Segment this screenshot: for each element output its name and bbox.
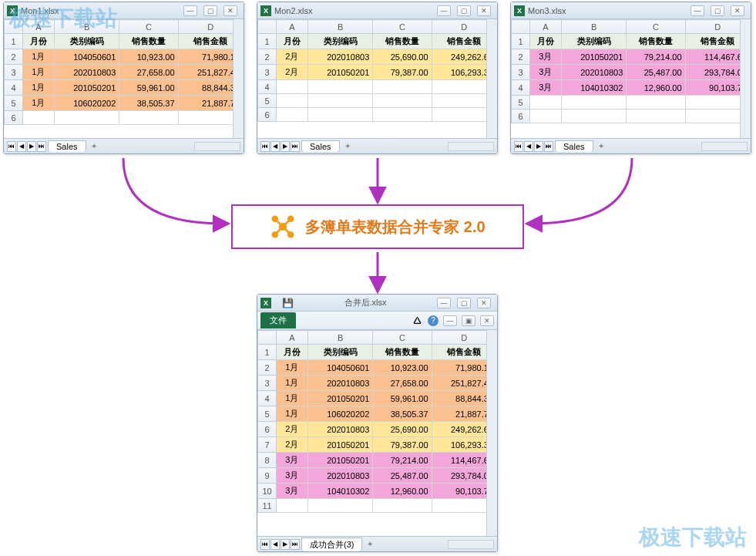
excel-icon: X [260, 5, 271, 16]
close-button[interactable]: ✕ [731, 5, 744, 16]
sheet-tab-strip: ⏮ ◀ ▶ ⏭ Sales ✦ [4, 138, 244, 153]
excel-icon: X [7, 5, 18, 16]
nav-next-icon[interactable]: ▶ [534, 141, 543, 152]
close-button[interactable]: ✕ [477, 298, 491, 308]
nav-prev-icon[interactable]: ◀ [270, 539, 280, 550]
save-icon[interactable]: 💾 [282, 298, 294, 308]
sheet-tab[interactable]: Sales [48, 140, 86, 152]
add-sheet-icon[interactable]: ✦ [595, 141, 607, 152]
table-row[interactable]: 41月20105020159,961.0088,844.37 [5, 80, 244, 96]
horizontal-scrollbar[interactable] [194, 142, 240, 151]
table-row[interactable]: 31月20201080327,658.00251,827.46 [258, 376, 497, 391]
sheet-tab[interactable]: Sales [555, 140, 593, 152]
spreadsheet-grid[interactable]: ABCD1月份类别编码销售数量销售金额21月10405060110,923.00… [4, 19, 244, 138]
minimize-button[interactable]: ― [437, 298, 451, 308]
nav-last-icon[interactable]: ⏭ [37, 141, 46, 152]
nav-first-icon[interactable]: ⏮ [7, 141, 16, 152]
titlebar[interactable]: X Mon2.xlsx ― ▢ ✕ [257, 2, 497, 19]
add-sheet-icon[interactable]: ✦ [341, 141, 354, 152]
watermark-text: 极速下载站 [639, 523, 747, 552]
table-row[interactable]: 22月20201080325,690.00249,262.65 [258, 49, 497, 65]
excel-window-mon3: X Mon3.xlsx ― ▢ ✕ ABCD1月份类别编码销售数量销售金额23月… [510, 2, 751, 154]
maximize-button[interactable]: ▢ [457, 298, 471, 308]
table-row[interactable]: 32月20105020179,387.00106,293.32 [258, 65, 497, 80]
horizontal-scrollbar[interactable] [448, 142, 494, 151]
merge-tool-title: 多簿单表数据合并专家 2.0 [305, 217, 485, 238]
table-row[interactable]: 103月10401030212,960.0090,103.75 [258, 484, 497, 499]
nav-next-icon[interactable]: ▶ [27, 141, 36, 152]
table-row[interactable]: 43月10401030212,960.0090,103.75 [512, 80, 751, 96]
inner-minimize-button[interactable]: ― [443, 315, 457, 326]
merge-tool-icon [270, 214, 296, 240]
nav-last-icon[interactable]: ⏭ [291, 539, 300, 550]
titlebar[interactable]: X Mon3.xlsx ― ▢ ✕ [511, 2, 751, 19]
svg-line-7 [275, 227, 283, 234]
spreadsheet-grid[interactable]: ABCD1月份类别编码销售数量销售金额22月20201080325,690.00… [257, 19, 497, 138]
table-row[interactable]: 41月20105020159,961.0088,844.37 [258, 391, 497, 406]
horizontal-scrollbar[interactable] [448, 540, 494, 549]
titlebar[interactable]: X Mon1.xlsx ― ▢ ✕ [4, 2, 244, 19]
ribbon: 文件 🛆 ? ― ▣ ✕ [257, 312, 497, 330]
close-button[interactable]: ✕ [223, 5, 237, 16]
sheet-tab-strip: ⏮ ◀ ▶ ⏭ Sales ✦ [257, 138, 497, 153]
excel-window-mon2: X Mon2.xlsx ― ▢ ✕ ABCD1月份类别编码销售数量销售金额22月… [257, 2, 498, 154]
nav-first-icon[interactable]: ⏮ [514, 141, 523, 152]
table-row[interactable]: 72月20105020179,387.00106,293.32 [258, 437, 497, 453]
add-sheet-icon[interactable]: ✦ [364, 539, 376, 550]
nav-last-icon[interactable]: ⏭ [291, 141, 300, 152]
vertical-scrollbar[interactable] [233, 19, 244, 138]
sheet-tab[interactable]: 成功合并(3) [301, 537, 362, 551]
table-row[interactable]: 21月10405060110,923.0071,980.10 [258, 360, 497, 376]
sheet-tab[interactable]: Sales [301, 140, 340, 152]
minimize-button[interactable]: ― [690, 5, 704, 16]
close-button[interactable]: ✕ [477, 5, 491, 16]
excel-window-merged: X 💾 合并后.xlsx ― ▢ ✕ 文件 🛆 ? ― ▣ ✕ ABCD1月份类… [257, 294, 498, 552]
table-row[interactable]: 23月20105020179,214.00114,467.69 [512, 49, 751, 65]
nav-first-icon[interactable]: ⏮ [260, 141, 270, 152]
table-row[interactable]: 62月20201080325,690.00249,262.65 [258, 422, 497, 437]
nav-next-icon[interactable]: ▶ [281, 141, 290, 152]
window-title: Mon2.xlsx [274, 6, 434, 15]
table-row[interactable]: 93月20201080325,487.00293,784.08 [258, 468, 497, 484]
table-row[interactable]: 83月20105020179,214.00114,467.69 [258, 453, 497, 468]
vertical-scrollbar[interactable] [486, 19, 497, 138]
svg-line-8 [283, 227, 291, 234]
nav-last-icon[interactable]: ⏭ [544, 141, 553, 152]
ribbon-expand-icon[interactable]: 🛆 [411, 315, 423, 327]
nav-prev-icon[interactable]: ◀ [524, 141, 533, 152]
vertical-scrollbar[interactable] [486, 330, 497, 536]
excel-window-mon1: X Mon1.xlsx ― ▢ ✕ ABCD1月份类别编码销售数量销售金额21月… [3, 2, 244, 154]
horizontal-scrollbar[interactable] [701, 142, 748, 151]
window-title: 合并后.xlsx [297, 297, 434, 308]
table-row[interactable]: 31月20201080327,658.00251,827.46 [5, 65, 244, 80]
spreadsheet-grid[interactable]: ABCD1月份类别编码销售数量销售金额23月20105020179,214.00… [511, 19, 751, 138]
window-title: Mon1.xlsx [21, 6, 180, 15]
nav-prev-icon[interactable]: ◀ [270, 141, 280, 152]
minimize-button[interactable]: ― [183, 5, 197, 16]
maximize-button[interactable]: ▢ [711, 5, 724, 16]
table-row[interactable]: 21月10405060110,923.0071,980.10 [5, 49, 244, 65]
excel-icon: X [514, 5, 525, 16]
nav-next-icon[interactable]: ▶ [281, 539, 290, 550]
table-row[interactable]: 33月20201080325,487.00293,784.08 [512, 65, 751, 80]
spreadsheet-grid[interactable]: ABCD1月份类别编码销售数量销售金额21月10405060110,923.00… [257, 330, 497, 536]
table-row[interactable]: 51月10602020238,505.3721,887.79 [5, 96, 244, 111]
file-tab[interactable]: 文件 [260, 312, 296, 329]
vertical-scrollbar[interactable] [740, 19, 751, 138]
inner-restore-button[interactable]: ▣ [462, 315, 475, 326]
help-icon[interactable]: ? [428, 315, 438, 326]
excel-icon: X [260, 298, 271, 308]
add-sheet-icon[interactable]: ✦ [88, 141, 100, 152]
nav-first-icon[interactable]: ⏮ [260, 539, 270, 550]
svg-line-6 [283, 219, 291, 227]
minimize-button[interactable]: ― [437, 5, 451, 16]
merge-tool-box: 多簿单表数据合并专家 2.0 [231, 204, 524, 249]
svg-line-5 [275, 219, 283, 227]
maximize-button[interactable]: ▢ [203, 5, 217, 16]
table-row[interactable]: 51月10602020238,505.3721,887.79 [258, 406, 497, 422]
sheet-tab-strip: ⏮ ◀ ▶ ⏭ Sales ✦ [511, 138, 751, 153]
nav-prev-icon[interactable]: ◀ [17, 141, 26, 152]
titlebar[interactable]: X 💾 合并后.xlsx ― ▢ ✕ [257, 295, 497, 312]
inner-close-button[interactable]: ✕ [480, 315, 494, 326]
maximize-button[interactable]: ▢ [457, 5, 471, 16]
